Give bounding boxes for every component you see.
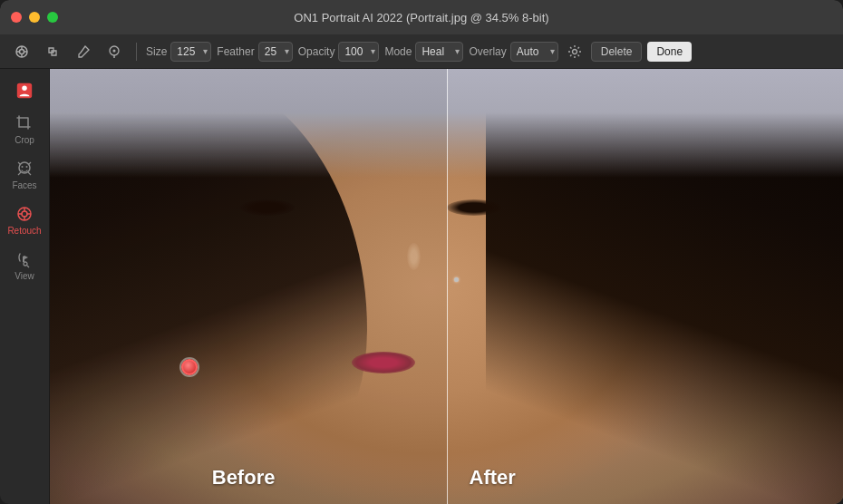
sidebar-crop-label: Crop xyxy=(15,135,34,145)
feather-select[interactable]: 25 xyxy=(258,42,293,62)
mode-select[interactable]: Heal xyxy=(415,42,463,62)
divider-line xyxy=(447,69,448,504)
eye-right-shadow xyxy=(447,199,501,216)
svg-point-13 xyxy=(22,166,24,168)
svg-point-1 xyxy=(20,49,24,53)
sidebar-item-crop[interactable]: Crop xyxy=(5,109,44,150)
titlebar: ON1 Portrait AI 2022 (Portrait.jpg @ 34.… xyxy=(0,0,843,34)
opacity-control: Opacity 100 xyxy=(298,42,380,62)
svg-point-11 xyxy=(22,86,26,91)
svg-point-9 xyxy=(572,49,577,53)
mode-label: Mode xyxy=(384,45,412,58)
size-label: Size xyxy=(146,45,167,58)
before-label: Before xyxy=(212,466,276,489)
clone-stamp-icon[interactable] xyxy=(40,39,65,64)
svg-point-7 xyxy=(113,49,116,52)
overlay-control: Overlay Auto xyxy=(469,42,557,62)
toolbar: Size 125 Feather 25 Opacity 100 Mode Hea… xyxy=(0,34,843,69)
opacity-label: Opacity xyxy=(298,45,335,58)
after-label: After xyxy=(470,466,516,489)
feather-select-wrapper: 25 xyxy=(258,42,293,62)
window-controls xyxy=(11,12,58,23)
main-area: Crop Faces Retouch xyxy=(0,69,843,504)
mode-select-wrapper: Heal xyxy=(415,42,463,62)
svg-point-21 xyxy=(24,262,27,266)
overlay-select[interactable]: Auto xyxy=(510,42,558,62)
before-overlay xyxy=(50,69,447,504)
sidebar-retouch-label: Retouch xyxy=(7,226,41,236)
svg-point-16 xyxy=(22,211,27,217)
size-select[interactable]: 125 xyxy=(170,42,211,62)
settings-icon[interactable] xyxy=(564,41,586,63)
feather-control: Feather 25 xyxy=(217,42,292,62)
sidebar: Crop Faces Retouch xyxy=(0,69,50,504)
mode-control: Mode Heal xyxy=(384,42,463,62)
svg-point-14 xyxy=(26,166,28,168)
spot-heal-icon[interactable] xyxy=(102,39,127,64)
feather-label: Feather xyxy=(217,45,254,58)
sidebar-view-label: View xyxy=(15,271,34,281)
sidebar-item-view[interactable]: View xyxy=(5,245,44,286)
close-button[interactable] xyxy=(11,12,22,23)
done-button[interactable]: Done xyxy=(647,42,692,62)
delete-button[interactable]: Delete xyxy=(591,42,643,62)
minimize-button[interactable] xyxy=(29,12,40,23)
opacity-select[interactable]: 100 xyxy=(338,42,379,62)
sidebar-faces-label: Faces xyxy=(12,180,36,190)
maximize-button[interactable] xyxy=(47,12,58,23)
overlay-select-wrapper: Auto xyxy=(510,42,558,62)
window-title: ON1 Portrait AI 2022 (Portrait.jpg @ 34.… xyxy=(294,11,548,24)
sidebar-item-retouch[interactable]: Retouch xyxy=(5,199,44,241)
brush-tool-icon[interactable] xyxy=(71,39,96,64)
portrait-image: Before After xyxy=(50,69,843,504)
svg-line-22 xyxy=(27,266,29,267)
retouch-marker[interactable] xyxy=(181,359,198,375)
opacity-select-wrapper: 100 xyxy=(338,42,379,62)
sidebar-item-faces[interactable]: Faces xyxy=(5,154,44,196)
toolbar-separator xyxy=(136,43,137,61)
canvas-area[interactable]: Before After xyxy=(50,69,843,504)
size-select-wrapper: 125 xyxy=(170,42,211,62)
size-control: Size 125 xyxy=(146,42,211,62)
overlay-label: Overlay xyxy=(469,45,506,58)
heal-tool-icon[interactable] xyxy=(9,39,34,64)
sidebar-item-portrait[interactable] xyxy=(5,76,44,105)
